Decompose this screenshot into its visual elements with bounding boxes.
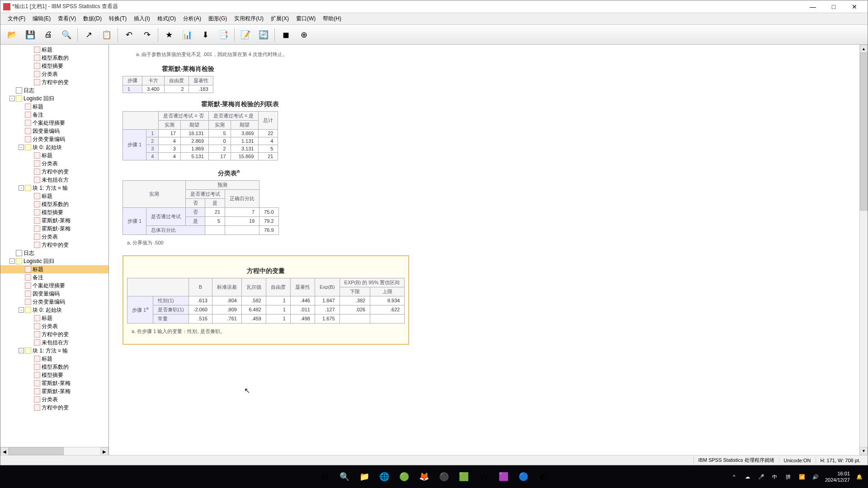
tree-item[interactable]: 分类表 xyxy=(0,395,108,404)
tree-item[interactable]: 备注 xyxy=(0,273,108,282)
toolbar-button[interactable]: 📑 xyxy=(215,27,231,43)
tree-item[interactable]: 标题 xyxy=(0,103,108,111)
minimize-button[interactable]: — xyxy=(802,1,823,13)
taskbar-app-icon[interactable]: ⊞ xyxy=(316,469,333,485)
taskbar-app-icon[interactable]: 🟢 xyxy=(396,469,412,485)
tree-item[interactable]: 标题 xyxy=(0,151,108,160)
tray-ime-icon[interactable]: 中 xyxy=(771,473,779,481)
tree-item[interactable]: 模型摘要 xyxy=(0,62,108,70)
tree-toggle-icon[interactable]: - xyxy=(9,258,15,264)
menu-item[interactable]: 窗口(W) xyxy=(292,14,319,24)
tree-item[interactable]: -Logistic 回归 xyxy=(0,94,108,103)
outline-pane[interactable]: 标题模型系数的模型摘要分类表方程中的变日志-Logistic 回归标题备注个案处… xyxy=(0,45,109,455)
tree-item[interactable]: 标题 xyxy=(0,192,108,200)
menu-item[interactable]: 转换(T) xyxy=(105,14,130,24)
tree-toggle-icon[interactable]: - xyxy=(19,145,24,150)
tree-item[interactable]: 个案处理摘要 xyxy=(0,282,108,290)
toolbar-button[interactable]: ↗ xyxy=(80,27,97,43)
taskbar-app-icon[interactable]: 🔵 xyxy=(515,469,532,485)
taskbar-app-icon[interactable]: 🟪 xyxy=(495,469,512,485)
tree-toggle-icon[interactable]: - xyxy=(19,307,24,313)
tree-toggle-icon[interactable]: - xyxy=(19,185,24,191)
selected-output-block[interactable]: 方程中的变量 B标准误差瓦尔德自由度显著性Exp(B)EXP(B) 的 95% … xyxy=(123,255,409,345)
menu-item[interactable]: 格式(O) xyxy=(154,14,179,24)
tree-item[interactable]: 模型系数的 xyxy=(0,363,108,371)
tray-cloud-icon[interactable]: ☁ xyxy=(744,473,752,481)
outline-hscroll[interactable]: ◀ ▶ xyxy=(0,447,108,455)
tray-wifi-icon[interactable]: 📶 xyxy=(798,473,806,481)
taskbar-app-icon[interactable]: 🌐 xyxy=(376,469,392,485)
toolbar-button[interactable]: 🔄 xyxy=(255,27,272,43)
vscroll-thumb[interactable] xyxy=(860,53,868,211)
tree-item[interactable]: 个案处理摘要 xyxy=(0,119,108,127)
scroll-up-icon[interactable]: ▲ xyxy=(860,45,868,53)
taskbar-app-icon[interactable]: 📁 xyxy=(356,469,373,485)
tree-item[interactable]: -块 1: 方法 = 输 xyxy=(0,184,108,192)
taskbar-app-icon[interactable]: ⚫ xyxy=(436,469,452,485)
toolbar-button[interactable]: 📝 xyxy=(237,27,254,43)
menu-item[interactable]: 帮助(H) xyxy=(319,14,345,24)
tree-item[interactable]: 霍斯默-莱梅 xyxy=(0,379,108,387)
toolbar-button[interactable]: 📊 xyxy=(179,27,195,43)
taskbar-app-icon[interactable]: ◐ xyxy=(535,469,552,485)
tree-item[interactable]: -块 1: 方法 = 输 xyxy=(0,347,108,355)
toolbar-button[interactable]: 🖨 xyxy=(40,27,57,43)
tree-item[interactable]: 备注 xyxy=(0,111,108,119)
toolbar-button[interactable]: ★ xyxy=(161,27,177,43)
taskbar-app-icon[interactable]: 🔍 xyxy=(336,469,353,485)
taskbar-app-icon[interactable]: 🟩 xyxy=(456,469,472,485)
scroll-down-icon[interactable]: ▼ xyxy=(860,447,868,455)
tree-item[interactable]: 分类变量编码 xyxy=(0,135,108,143)
tray-overflow-icon[interactable]: ^ xyxy=(730,473,738,481)
tree-item[interactable]: 日志 xyxy=(0,86,108,94)
tree-item[interactable]: 因变量编码 xyxy=(0,290,108,298)
tree-item[interactable]: 模型摘要 xyxy=(0,208,108,216)
toolbar-button[interactable]: ⬇ xyxy=(197,27,213,43)
tree-item[interactable]: 日志 xyxy=(0,249,108,257)
tray-kbd-icon[interactable]: 拼 xyxy=(784,473,793,481)
taskbar-app-icon[interactable]: W xyxy=(476,469,492,485)
tray-volume-icon[interactable]: 🔊 xyxy=(811,473,820,481)
tree-item[interactable]: 方程中的变 xyxy=(0,404,108,412)
tree-item[interactable]: 标题 xyxy=(0,314,108,322)
tree-item[interactable]: 霍斯默-莱梅 xyxy=(0,387,108,395)
tree-item[interactable]: 分类表 xyxy=(0,322,108,330)
tree-item[interactable]: 分类表 xyxy=(0,160,108,168)
taskbar-clock[interactable]: 16:01 2024/12/27 xyxy=(825,470,850,483)
toolbar-button[interactable]: 💾 xyxy=(22,27,38,43)
menu-item[interactable]: 插入(I) xyxy=(130,14,153,24)
menu-item[interactable]: 图形(G) xyxy=(205,14,231,24)
menu-item[interactable]: 数据(D) xyxy=(80,14,105,24)
tree-item[interactable]: -块 0: 起始块 xyxy=(0,306,108,314)
close-button[interactable]: ✕ xyxy=(844,1,865,13)
tree-toggle-icon[interactable]: - xyxy=(19,348,24,353)
scroll-left-icon[interactable]: ◀ xyxy=(0,447,9,455)
tree-item[interactable]: 霍斯默-莱梅 xyxy=(0,216,108,225)
tree-item[interactable]: 霍斯默-莱梅 xyxy=(0,225,108,233)
tree-item[interactable]: -块 0: 起始块 xyxy=(0,143,108,151)
tree-item[interactable]: 标题 xyxy=(0,46,108,54)
tray-mic-icon[interactable]: 🎤 xyxy=(757,473,765,481)
tree-item[interactable]: 模型摘要 xyxy=(0,371,108,379)
tree-item[interactable]: 方程中的变 xyxy=(0,168,108,176)
tree-item[interactable]: 未包括在方 xyxy=(0,176,108,184)
tree-item[interactable]: 方程中的变 xyxy=(0,241,108,249)
tree-item[interactable]: 分类表 xyxy=(0,70,108,78)
menu-item[interactable]: 查看(V) xyxy=(54,14,80,24)
toolbar-button[interactable]: 📋 xyxy=(99,27,115,43)
toolbar-button[interactable]: 🔍 xyxy=(58,27,75,43)
hscroll-thumb[interactable] xyxy=(9,447,64,455)
tree-item[interactable]: 模型系数的 xyxy=(0,200,108,208)
tree-toggle-icon[interactable]: - xyxy=(9,96,15,101)
toolbar-button[interactable]: ◼ xyxy=(278,27,294,43)
tree-item[interactable]: 标题 xyxy=(0,265,108,273)
menu-item[interactable]: 文件(F) xyxy=(4,14,29,24)
toolbar-button[interactable]: ⊕ xyxy=(296,27,312,43)
tree-item[interactable]: 分类变量编码 xyxy=(0,298,108,306)
tree-item[interactable]: 方程中的变 xyxy=(0,330,108,338)
menu-item[interactable]: 编辑(E) xyxy=(29,14,54,24)
maximize-button[interactable]: □ xyxy=(823,1,844,13)
tree-item[interactable]: 方程中的变 xyxy=(0,78,108,86)
tree-item[interactable]: -Logistic 回归 xyxy=(0,257,108,265)
tree-item[interactable]: 模型系数的 xyxy=(0,54,108,62)
